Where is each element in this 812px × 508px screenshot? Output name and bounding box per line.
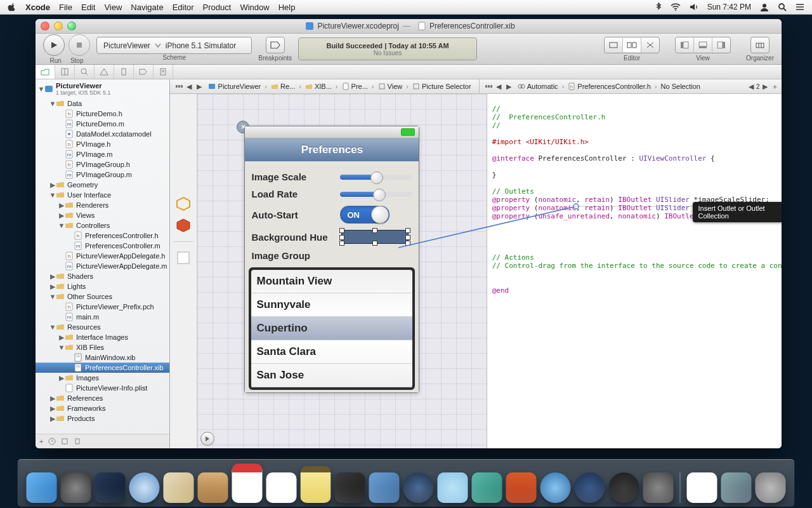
assistant-editor-button[interactable]: [623, 38, 641, 52]
ib-canvas[interactable]: × Preferences Image Scale: [197, 94, 486, 448]
project-navigator-tab[interactable]: [36, 65, 55, 79]
nav-item[interactable]: ▶Shaders: [36, 271, 169, 281]
view-segmented[interactable]: [675, 37, 731, 53]
toggle-debug-button[interactable]: [694, 38, 712, 52]
image-group-picker[interactable]: Mountain ViewSunnyvaleCupertinoSanta Cla…: [249, 267, 415, 390]
organizer-button[interactable]: [750, 37, 769, 53]
nav-item[interactable]: mPictureDemo.m: [36, 119, 169, 129]
source-editor[interactable]: // // PreferencesController.h // #import…: [487, 94, 782, 448]
add-assistant-button[interactable]: ＋: [770, 82, 780, 91]
version-editor-button[interactable]: [641, 38, 659, 52]
add-icon[interactable]: +: [39, 438, 43, 445]
jumpbar-crumb[interactable]: h PreferencesController.h: [564, 83, 655, 90]
document-stack-icon[interactable]: [687, 472, 717, 503]
nav-item[interactable]: ▶Images: [36, 373, 169, 383]
disclosure-triangle-icon[interactable]: ▶: [58, 202, 65, 208]
nav-item[interactable]: ▶Lights: [36, 281, 169, 291]
back-button[interactable]: ◀: [494, 82, 504, 91]
jumpbar-crumb[interactable]: Automatic: [514, 83, 562, 90]
nav-item[interactable]: DataModel.xcdatamodel: [36, 129, 169, 139]
photobooth-icon[interactable]: [506, 472, 537, 503]
nav-item[interactable]: mPreferencesController.m: [36, 241, 169, 251]
trash-icon[interactable]: [756, 472, 786, 503]
disclosure-triangle-icon[interactable]: ▼: [58, 344, 65, 351]
downloads-stack-icon[interactable]: [721, 472, 752, 503]
toggle-utilities-button[interactable]: [712, 38, 730, 52]
notification-center-icon[interactable]: [796, 3, 804, 11]
nav-item[interactable]: hPictureDemo.h: [36, 109, 169, 119]
related-items-icon[interactable]: [174, 82, 184, 91]
prev-counterpart-button[interactable]: ◀: [746, 82, 756, 91]
recent-icon[interactable]: [48, 438, 56, 445]
user-icon[interactable]: [760, 3, 769, 11]
stop-button[interactable]: [69, 34, 90, 56]
disclosure-triangle-icon[interactable]: ▶: [49, 283, 56, 290]
nav-item[interactable]: PictureViewer-Info.plist: [36, 383, 169, 393]
nav-item[interactable]: mPictureViewerAppDelegate.m: [36, 261, 169, 271]
facetime-icon[interactable]: [335, 472, 365, 503]
toggle-navigator-button[interactable]: [676, 38, 694, 52]
jumpbar-crumb[interactable]: View: [374, 83, 407, 90]
nav-item[interactable]: ▼Data: [36, 98, 169, 109]
window-zoom-button[interactable]: [67, 22, 76, 30]
disclosure-triangle-icon[interactable]: ▼: [58, 222, 65, 229]
app-name[interactable]: Xcode: [25, 3, 50, 12]
window-close-button[interactable]: [41, 22, 49, 30]
picker-row[interactable]: Cupertino: [251, 317, 412, 340]
navigation-bar[interactable]: Preferences: [245, 138, 419, 161]
disclosure-triangle-icon[interactable]: ▼: [38, 86, 44, 92]
nav-item[interactable]: hPictureViewerAppDelegate.h: [36, 251, 169, 261]
breakpoints-button[interactable]: [266, 37, 285, 53]
first-responder-icon[interactable]: [175, 217, 192, 234]
nav-item[interactable]: ▼Other Sources: [36, 291, 169, 302]
menu-window[interactable]: Window: [240, 3, 269, 12]
menu-view[interactable]: View: [104, 3, 122, 12]
project-root[interactable]: ▼ PictureViewer 1 target, iOS SDK 5.1: [36, 79, 169, 98]
disclosure-triangle-icon[interactable]: ▶: [58, 334, 65, 340]
disclosure-triangle-icon[interactable]: ▶: [58, 212, 65, 218]
jumpbar-crumb[interactable]: Re...: [267, 83, 299, 90]
scheme-selector[interactable]: PictureViewer iPhone 5.1 Simulator: [96, 37, 252, 54]
load-rate-slider[interactable]: [340, 192, 412, 197]
nav-item[interactable]: ▶Frameworks: [36, 403, 169, 413]
nav-item[interactable]: ▶Interface Images: [36, 332, 169, 342]
nav-item[interactable]: ▶Views: [36, 210, 169, 220]
image-scale-slider[interactable]: [340, 175, 412, 180]
background-hue-slider-selected[interactable]: [341, 230, 409, 244]
clock[interactable]: Sun 7:42 PM: [707, 3, 751, 11]
disclosure-triangle-icon[interactable]: ▶: [49, 405, 56, 411]
finder-icon[interactable]: [27, 472, 57, 503]
dashboard-icon[interactable]: [609, 472, 639, 503]
log-navigator-tab[interactable]: [154, 65, 173, 79]
window-minimize-button[interactable]: [54, 22, 63, 30]
related-items-icon[interactable]: [483, 82, 494, 91]
disclosure-triangle-icon[interactable]: ▶: [49, 395, 56, 401]
nav-item[interactable]: ▶Renderers: [36, 200, 169, 210]
nav-item[interactable]: mmain.m: [36, 312, 169, 322]
itunes-icon[interactable]: [540, 472, 571, 503]
filter-icon[interactable]: [74, 438, 81, 445]
standard-editor-button[interactable]: [605, 38, 623, 52]
volume-icon[interactable]: [690, 3, 698, 11]
forward-button[interactable]: ▶: [504, 82, 514, 91]
menu-product[interactable]: Product: [203, 3, 232, 12]
run-button[interactable]: [43, 34, 65, 56]
nav-item[interactable]: ▼Controllers: [36, 220, 169, 231]
spotlight-icon[interactable]: [778, 3, 787, 11]
menu-navigate[interactable]: Navigate: [131, 3, 163, 12]
jumpbar-crumb[interactable]: Picture Selector: [409, 83, 475, 90]
search-navigator-tab[interactable]: [75, 65, 95, 79]
reminders-icon[interactable]: [266, 472, 297, 503]
nav-item[interactable]: ▶Geometry: [36, 180, 169, 190]
symbol-navigator-tab[interactable]: [55, 65, 75, 79]
nav-item[interactable]: ▼Resources: [36, 322, 169, 332]
launchpad-icon[interactable]: [61, 472, 91, 503]
forward-button[interactable]: ▶: [194, 82, 204, 91]
ib-view[interactable]: Preferences Image Scale Load Rate: [244, 126, 419, 393]
system-preferences-icon[interactable]: [643, 472, 674, 503]
picker-row[interactable]: Santa Clara: [251, 340, 412, 364]
disclosure-triangle-icon[interactable]: ▶: [49, 182, 56, 188]
nav-item[interactable]: mPVImageGroup.m: [36, 170, 169, 180]
editor-mode-segmented[interactable]: [604, 37, 660, 53]
view-object-icon[interactable]: [175, 250, 192, 266]
